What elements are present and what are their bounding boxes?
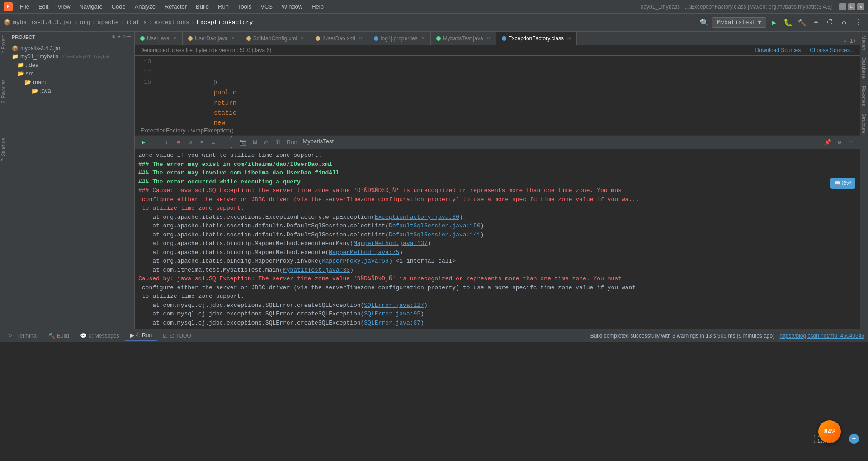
search-everywhere-btn[interactable]: 🔍: [698, 16, 711, 29]
menu-refactor[interactable]: Refactor: [161, 2, 190, 11]
run-down-btn[interactable]: ↓: [162, 137, 172, 147]
maximize-btn[interactable]: □: [848, 3, 855, 10]
code-content: @ public static RuntimeException wrapExc…: [155, 56, 860, 126]
tab-exceptionfactory-close[interactable]: ✕: [567, 36, 571, 42]
menu-run[interactable]: Run: [214, 2, 232, 11]
run-minimize-btn[interactable]: ─: [846, 137, 856, 147]
sqlerror-link-1[interactable]: SQLError.java:127: [364, 302, 424, 309]
sqlerror-link-3[interactable]: SQLError.java:87: [364, 320, 420, 326]
run-camera-btn[interactable]: 📷: [238, 137, 248, 147]
debug-btn[interactable]: 🐛: [782, 16, 794, 29]
tab-sqlmap-close[interactable]: ✕: [300, 35, 304, 41]
run-filter-btn[interactable]: ⊟: [209, 137, 219, 147]
sidebar-collapse-btn[interactable]: ─: [127, 33, 131, 40]
menu-window[interactable]: Window: [278, 2, 306, 11]
tab-sqlmap[interactable]: SqlMapConfig.xml ✕: [241, 32, 310, 45]
tab-log4j-close[interactable]: ✕: [421, 35, 425, 41]
run-play-btn[interactable]: ▶: [138, 137, 148, 147]
run-stop-btn[interactable]: ■: [174, 137, 184, 147]
tree-main[interactable]: 📂 main: [8, 78, 134, 86]
tab-more[interactable]: ≡ 1+: [840, 38, 860, 45]
status-url[interactable]: https://blog.csdn.net/m0_45040545: [780, 333, 864, 339]
right-tab-favorites[interactable]: Favorites: [860, 82, 868, 110]
console-caused: Caused by: java.sql.SQLException: The se…: [138, 274, 856, 283]
menu-analyze[interactable]: Analyze: [131, 2, 159, 11]
breadcrumb-apache[interactable]: apache: [98, 19, 119, 26]
tab-build[interactable]: 🔨 Build: [43, 330, 75, 341]
run-settings-btn[interactable]: ⚙: [835, 137, 844, 147]
close-btn[interactable]: ✕: [857, 3, 864, 10]
menu-view[interactable]: View: [54, 2, 74, 11]
run-rerun-btn[interactable]: ↺: [185, 137, 195, 147]
favorites-label[interactable]: 2: Favorites: [0, 76, 8, 107]
tree-src[interactable]: 📂 src: [8, 69, 134, 78]
menu-code[interactable]: Code: [108, 2, 129, 11]
mapper-proxy-link[interactable]: MapperProxy.java:59: [322, 258, 389, 264]
default-sql-session-link-2[interactable]: DefaultSqlSession.java:141: [389, 231, 481, 238]
tab-mybatistest-close[interactable]: ✕: [486, 35, 491, 41]
run-tab[interactable]: MybatisTest: [302, 138, 334, 146]
build-btn[interactable]: 🔨: [796, 16, 808, 29]
structure-label[interactable]: 7: Structure: [0, 134, 8, 165]
tab-userdao-close[interactable]: ✕: [231, 35, 235, 41]
sidebar-gear-icon[interactable]: ⚙: [123, 33, 126, 40]
run-trash-btn[interactable]: 🗑: [273, 137, 283, 147]
default-sql-session-link-1[interactable]: DefaultSqlSession.java:150: [389, 222, 481, 229]
tree-project[interactable]: 📁 my01_1mybatis D:\web\day01_1mybat...: [8, 52, 134, 61]
tab-userdao-java[interactable]: UserDao.java ✕: [183, 32, 241, 45]
tab-user-java-close[interactable]: ✕: [173, 35, 177, 41]
profile-btn[interactable]: ⏱: [824, 16, 836, 29]
mapper-method-link-2[interactable]: MapperMethod.java:75: [329, 249, 399, 256]
settings-btn[interactable]: ⚙: [838, 16, 850, 29]
exception-factory-link[interactable]: ExceptionFactory.java:30: [375, 214, 459, 221]
menu-tools[interactable]: Tools: [234, 2, 255, 11]
coverage-btn[interactable]: ☂: [810, 16, 822, 29]
gutter-at: @: [214, 79, 225, 86]
right-tab-structure[interactable]: Structure: [860, 110, 868, 137]
tab-user-java[interactable]: User.java ✕: [135, 32, 183, 45]
menu-build[interactable]: Build: [192, 2, 212, 11]
tab-iuserdao-xml[interactable]: IUserDao.xml ✕: [310, 32, 368, 45]
sidebar-new-btn[interactable]: ⊕: [112, 33, 115, 40]
tree-java[interactable]: 📂 java: [8, 86, 134, 95]
right-tab-database[interactable]: Database: [860, 54, 868, 82]
menu-file[interactable]: File: [16, 2, 33, 11]
mybatistest-main-link[interactable]: MybatisTest.java:30: [283, 267, 350, 273]
sqlerror-link-2[interactable]: SQLError.java:95: [364, 310, 420, 317]
run-term-btn[interactable]: 🖥: [250, 137, 259, 147]
code-breadcrumb-method[interactable]: wrapException(): [191, 127, 234, 134]
menu-help[interactable]: Help: [308, 2, 327, 11]
download-sources-link[interactable]: Download Sources: [755, 47, 801, 53]
tab-mybatistest[interactable]: MybatisTest.java ✕: [431, 32, 496, 45]
tab-exceptionfactory[interactable]: ExceptionFactory.class ✕: [496, 32, 577, 45]
run-btn[interactable]: ▶: [768, 16, 780, 29]
menu-vcs[interactable]: VCS: [257, 2, 276, 11]
run-wrap-btn[interactable]: ≡: [197, 137, 207, 147]
tree-jar[interactable]: 📦 mybatis-3.4.3.jar: [8, 44, 134, 52]
sidebar-sync-btn[interactable]: ⇄: [117, 33, 120, 40]
mapper-method-link-1[interactable]: MapperMethod.java:137: [354, 240, 428, 247]
menu-edit[interactable]: Edit: [35, 2, 52, 11]
right-tab-maven[interactable]: Maven: [860, 32, 868, 54]
tab-todo[interactable]: ☑ 6: TODO: [157, 330, 197, 341]
float-plus-badge[interactable]: +: [849, 434, 859, 444]
tree-idea[interactable]: 📁 .idea: [8, 61, 134, 69]
run-up-btn[interactable]: ↑: [150, 137, 160, 147]
minimize-btn[interactable]: ─: [839, 3, 846, 10]
menu-navigate[interactable]: Navigate: [75, 2, 106, 11]
tab-messages[interactable]: 💬 0: Messages: [75, 330, 125, 341]
run-config-selector[interactable]: MybatisTest ▼: [712, 17, 766, 28]
tab-terminal[interactable]: >_ Terminal: [4, 330, 43, 341]
console-output[interactable]: zone value if you want to utilize time z…: [135, 149, 860, 329]
run-pin-btn[interactable]: 📌: [823, 137, 833, 147]
run-extra1[interactable]: ↗: [226, 136, 236, 142]
code-breadcrumb-class[interactable]: ExceptionFactory: [140, 127, 185, 134]
tab-run[interactable]: ▶ 4: Run: [125, 330, 157, 341]
run-print-btn[interactable]: 🖨: [261, 137, 271, 147]
tab-log4j[interactable]: log4j.properties ✕: [368, 32, 431, 45]
project-label[interactable]: 1: Project: [0, 32, 8, 58]
more-btn[interactable]: ⋮: [852, 16, 864, 29]
reading-assistant-btn[interactable]: 📖 读术: [830, 178, 855, 189]
choose-sources-link[interactable]: Choose Sources...: [810, 47, 854, 53]
tab-iuserdao-close[interactable]: ✕: [359, 35, 363, 41]
